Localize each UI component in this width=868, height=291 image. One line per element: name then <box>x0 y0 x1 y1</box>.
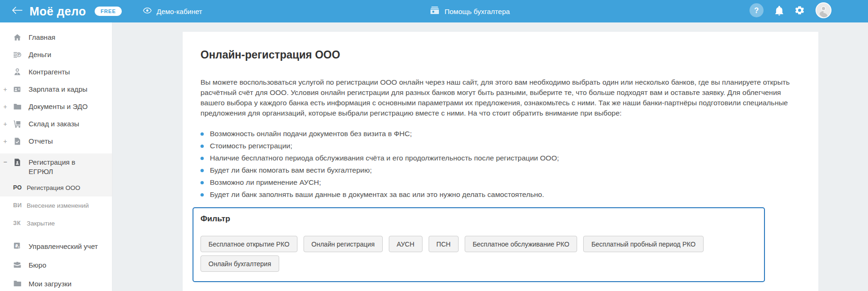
sidebar-subitem-amendments[interactable]: ВИ Внесение изменений <box>0 196 112 214</box>
criteria-text: Будет ли банк помогать вам вести бухгалт… <box>210 164 372 176</box>
filter-option-button[interactable]: Бесплатный пробный период РКО <box>583 236 704 252</box>
home-icon <box>13 33 22 42</box>
subitem-abbr: ЗК <box>13 220 27 226</box>
demo-cabinet-label: Демо-кабинет <box>156 7 202 15</box>
page-title: Онлайн-регистрация ООО <box>200 48 801 61</box>
sidebar-item-management-accounting[interactable]: ₽ Управленческий учет <box>0 237 112 255</box>
criteria-list: Возможность онлайн подачи документов без… <box>200 128 801 201</box>
svg-text:₽: ₽ <box>18 53 20 56</box>
filter-option-button[interactable]: Онлайн бухгалтерия <box>200 255 279 272</box>
sidebar-item-my-downloads[interactable]: Мои загрузки <box>0 274 112 291</box>
sidebar-item-label: Склад и заказы <box>29 120 79 128</box>
subitem-label: Закрытие <box>27 220 55 227</box>
filter-option-button[interactable]: ПСН <box>429 236 459 252</box>
subitem-label: Регистрация ООО <box>27 184 80 191</box>
help-icon[interactable]: ? <box>749 3 764 19</box>
sidebar: Главная ₽ Деньги Контрагенты + <box>0 22 112 291</box>
criteria-text: Стоимость регистрации; <box>210 140 292 152</box>
downloads-icon <box>13 279 22 288</box>
sidebar-item-partners[interactable]: Контрагенты <box>0 63 112 80</box>
bullet-dot-icon <box>200 193 204 196</box>
app-root: Моё дело FREE Демо-кабинет Помощь бухгал… <box>0 0 868 291</box>
filter-option-button[interactable]: Бесплатное открытие РКО <box>200 236 297 252</box>
sidebar-item-bureau[interactable]: Бюро <box>0 255 112 274</box>
sidebar-item-label: Главная <box>29 33 55 41</box>
subitem-abbr: ВИ <box>13 202 27 209</box>
sidebar-item-registration-egrul[interactable]: − Регистрация в ЕГРЮЛ <box>0 153 112 179</box>
free-plan-badge: FREE <box>95 7 122 16</box>
sidebar-item-label: Регистрация в ЕГРЮЛ <box>29 158 86 176</box>
filter-options: Бесплатное открытие РКО Онлайн регистрац… <box>200 236 757 272</box>
criteria-text: Возможность онлайн подачи документов без… <box>210 128 412 140</box>
gear-icon[interactable] <box>795 6 804 17</box>
intro-text: Вы можете воспользоваться услугой по рег… <box>200 77 801 118</box>
sidebar-subitem-ooo-registration[interactable]: РО Регистрация ООО <box>0 179 112 196</box>
eye-icon <box>143 7 152 15</box>
help-button[interactable]: ? <box>749 3 764 19</box>
back-arrow-icon[interactable] <box>12 7 22 16</box>
expand-plus-icon[interactable]: + <box>3 138 10 145</box>
money-icon: ₽ <box>13 51 22 59</box>
accountant-help-label: Помощь бухгалтера <box>445 7 510 15</box>
notifications-button[interactable] <box>775 6 784 17</box>
partners-icon <box>13 68 22 76</box>
bullet-dot-icon <box>200 169 204 172</box>
salary-icon <box>13 85 22 94</box>
top-header: Моё дело FREE Демо-кабинет Помощь бухгал… <box>0 0 868 22</box>
sidebar-item-label: Мои загрузки <box>29 280 72 288</box>
sidebar-item-documents[interactable]: + Документы и ЭДО <box>0 98 112 115</box>
svg-text:₽: ₽ <box>15 244 18 248</box>
sidebar-top-list: Главная ₽ Деньги Контрагенты + <box>0 22 112 150</box>
documents-icon <box>13 102 22 111</box>
sidebar-item-salary[interactable]: + Зарплата и кадры <box>0 80 112 98</box>
expand-plus-icon[interactable]: + <box>3 120 10 128</box>
filter-panel: Фильтр Бесплатное открытие РКО Онлайн ре… <box>193 207 765 282</box>
filter-title: Фильтр <box>200 214 757 224</box>
avatar-icon[interactable] <box>816 2 831 20</box>
bullet-dot-icon <box>200 132 204 136</box>
cash-register-icon <box>430 7 439 16</box>
bell-icon[interactable] <box>775 6 784 17</box>
collapse-minus-icon[interactable]: − <box>3 158 10 166</box>
criteria-text: Будет ли банк заполнять ваши данные в до… <box>210 189 544 201</box>
header-right: ? <box>749 0 831 22</box>
settings-button[interactable] <box>795 6 804 17</box>
criteria-item: Возможность онлайн подачи документов без… <box>200 128 801 140</box>
sidebar-item-label: Деньги <box>29 51 51 58</box>
sidebar-item-warehouse[interactable]: + Склад и заказы <box>0 115 112 132</box>
sidebar-item-label: Документы и ЭДО <box>29 102 88 110</box>
criteria-text: Возможно ли применение АУСН; <box>210 176 321 189</box>
egrul-icon <box>13 158 22 167</box>
sidebar-item-label: Контрагенты <box>29 68 70 76</box>
reports-icon <box>13 137 22 146</box>
criteria-item: Наличие бесплатного периода обслуживания… <box>200 152 801 164</box>
sidebar-item-money[interactable]: ₽ Деньги <box>0 46 112 63</box>
bullet-dot-icon <box>200 145 204 148</box>
user-avatar[interactable] <box>816 2 831 20</box>
back-button[interactable] <box>12 7 22 16</box>
sidebar-bottom-list: ₽ Управленческий учет Бюро Мои загрузки <box>0 232 112 291</box>
sidebar-item-label: Зарплата и кадры <box>29 85 88 93</box>
expand-plus-icon[interactable]: + <box>3 86 10 93</box>
criteria-item: Будет ли банк заполнять ваши данные в до… <box>200 189 801 201</box>
sidebar-subitem-closing[interactable]: ЗК Закрытие <box>0 214 112 232</box>
subitem-abbr: РО <box>13 184 27 191</box>
criteria-item: Возможно ли применение АУСН; <box>200 176 801 189</box>
criteria-item: Будет ли банк помогать вам вести бухгалт… <box>200 164 801 176</box>
filter-option-button[interactable]: АУСН <box>389 236 423 252</box>
expand-plus-icon[interactable]: + <box>3 103 10 110</box>
header-left: Моё дело FREE Демо-кабинет <box>12 0 202 22</box>
content-card: Онлайн-регистрация ООО Вы можете восполь… <box>183 32 818 291</box>
sidebar-item-reports[interactable]: + Отчеты <box>0 132 112 150</box>
management-icon: ₽ <box>13 242 22 250</box>
sidebar-item-main[interactable]: Главная <box>0 29 112 46</box>
accountant-help-link[interactable]: Помощь бухгалтера <box>430 0 510 22</box>
bullet-dot-icon <box>200 157 204 160</box>
filter-option-button[interactable]: Онлайн регистрация <box>304 236 383 252</box>
svg-text:?: ? <box>754 7 759 15</box>
criteria-text: Наличие бесплатного периода обслуживания… <box>210 152 559 164</box>
bullet-dot-icon <box>200 181 204 184</box>
app-logo: Моё дело <box>30 5 86 18</box>
demo-cabinet-toggle[interactable]: Демо-кабинет <box>143 7 202 15</box>
filter-option-button[interactable]: Бесплатное обслуживание РКО <box>465 236 578 252</box>
